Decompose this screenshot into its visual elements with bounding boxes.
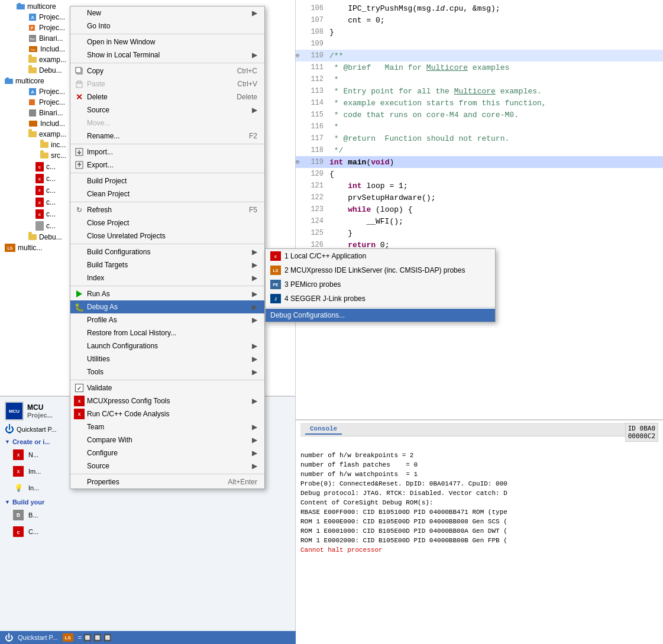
menu-item-team[interactable]: Team ▶ [70,420,264,433]
menu-label-rename: Rename... [87,132,237,140]
menu-label-validate: Validate [87,384,257,392]
svg-rect-26 [77,81,81,83]
menu-item-close-unrelated[interactable]: Close Unrelated Projects [70,229,264,242]
menu-label-copy: Copy [87,67,225,75]
checkbox-icon: ✓ [75,384,83,392]
arrow-tools: ▶ [252,368,257,376]
submenu-label-jlink: 4 SEGGER J-Link probes [284,295,366,303]
menu-item-validate[interactable]: ✓ Validate [70,381,264,394]
arrow-show-local: ▶ [252,51,257,59]
context-menu: New ▶ Go Into Open in New Window Show in… [70,6,265,489]
run-code-analysis-icon: X [74,409,85,419]
arrow-source: ▶ [252,106,257,114]
context-menu-overlay: New ▶ Go Into Open in New Window Show in… [0,0,663,644]
mcux-x2-icon: X [74,409,85,419]
menu-item-open-new-window[interactable]: Open in New Window [70,35,264,48]
menu-item-import[interactable]: Import... [70,145,264,158]
menu-item-build-project[interactable]: Build Project [70,174,264,187]
menu-item-new[interactable]: New ▶ [70,7,264,20]
menu-label-build-targets: Build Targets [87,261,250,269]
menu-item-profile-as[interactable]: Profile As ▶ [70,313,264,326]
separator-7 [70,286,264,286]
separator-1 [70,34,264,34]
separator-3 [70,144,264,144]
copy-icon [74,66,85,76]
menu-item-delete[interactable]: ✕ Delete Delete [70,90,264,103]
menu-item-source[interactable]: Source ▶ [70,103,264,116]
menu-item-configure[interactable]: Configure ▶ [70,446,264,459]
menu-item-restore-history[interactable]: Restore from Local History... [70,326,264,339]
arrow-build-targets: ▶ [252,261,257,269]
menu-item-export[interactable]: Export... [70,158,264,171]
menu-item-compare-with[interactable]: Compare With ▶ [70,433,264,446]
menu-item-copy[interactable]: Copy Ctrl+C [70,64,264,77]
menu-item-mcuxpresso-config[interactable]: X MCUXpresso Config Tools ▶ [70,394,264,407]
menu-item-close-project[interactable]: Close Project [70,216,264,229]
menu-label-utilities: Utilities [87,355,250,363]
delete-x-icon: ✕ [76,92,83,102]
submenu-item-linkserver[interactable]: LS 2 MCUXpresso IDE LinkServer (inc. CMS… [266,263,495,277]
arrow-team: ▶ [252,423,257,431]
shortcut-refresh: F5 [249,206,257,214]
arrow-build-conf: ▶ [252,248,257,256]
separator-5 [70,202,264,202]
submenu-label-local-cpp: 1 Local C/C++ Application [284,252,366,260]
menu-label-new: New [87,9,250,17]
separator-6 [70,244,264,244]
menu-item-paste[interactable]: Paste Ctrl+V [70,77,264,90]
pe-icon-submenu: PE [270,280,281,289]
menu-label-debug-as: Debug As [87,303,250,311]
separator-4 [70,173,264,173]
menu-label-clean-project: Clean Project [87,190,257,198]
menu-item-rename[interactable]: Rename... F2 [70,130,264,143]
arrow-profile-as: ▶ [252,316,257,324]
shortcut-copy: Ctrl+C [237,67,257,75]
separator-2 [70,63,264,63]
menu-label-configure: Configure [87,449,250,457]
submenu-label-pemicro: 3 PEMicro probes [284,280,341,289]
menu-item-tools[interactable]: Tools ▶ [70,365,264,378]
menu-item-move[interactable]: Move... [70,116,264,130]
menu-item-index[interactable]: Index ▶ [70,271,264,284]
play-icon [76,290,82,297]
mcux-x-icon: X [74,396,85,406]
submenu-item-pemicro[interactable]: PE 3 PEMicro probes [266,277,495,292]
run-as-icon [74,289,85,299]
submenu-item-debug-configurations[interactable]: Debug Configurations... [266,309,495,322]
menu-item-show-local-terminal[interactable]: Show in Local Terminal ▶ [70,48,264,62]
delete-icon: ✕ [74,92,85,102]
menu-item-debug-as[interactable]: 🐛 Debug As ▶ [70,300,264,313]
submenu-item-local-cpp[interactable]: c 1 Local C/C++ Application [266,249,495,263]
menu-label-launch-configurations: Launch Configurations [87,342,250,350]
bug-icon: 🐛 [75,303,84,312]
menu-label-export: Export... [87,161,257,169]
menu-label-tools: Tools [87,368,250,376]
menu-label-build-configurations: Build Configurations [87,248,250,256]
shortcut-rename: F2 [249,132,257,140]
menu-label-profile-as: Profile As [87,316,250,324]
c-icon-submenu: c [270,251,281,261]
menu-item-build-configurations[interactable]: Build Configurations ▶ [70,245,264,258]
menu-item-clean-project[interactable]: Clean Project [70,187,264,200]
menu-item-run-code-analysis[interactable]: X Run C/C++ Code Analysis [70,407,264,420]
shortcut-delete: Delete [237,93,257,101]
shortcut-paste: Ctrl+V [237,80,257,88]
menu-item-go-into[interactable]: Go Into [70,20,264,33]
menu-label-close-unrelated: Close Unrelated Projects [87,232,257,240]
submenu-label-debug-configurations: Debug Configurations... [270,311,345,319]
debug-as-icon: 🐛 [74,302,85,312]
menu-item-run-as[interactable]: Run As ▶ [70,287,264,300]
menu-item-utilities[interactable]: Utilities ▶ [70,352,264,365]
menu-item-build-targets[interactable]: Build Targets ▶ [70,258,264,271]
separator-9 [70,474,264,474]
menu-item-refresh[interactable]: ↻ Refresh F5 [70,203,264,216]
refresh-symbol: ↻ [76,206,82,214]
menu-label-delete: Delete [87,93,225,101]
validate-icon: ✓ [74,383,85,393]
menu-label-open-new-window: Open in New Window [87,38,257,46]
menu-item-source2[interactable]: Source ▶ [70,459,264,473]
submenu-item-jlink[interactable]: J 4 SEGGER J-Link probes [266,292,495,306]
menu-item-properties[interactable]: Properties Alt+Enter [70,475,264,488]
paste-icon [74,79,85,89]
menu-item-launch-configurations[interactable]: Launch Configurations ▶ [70,339,264,352]
